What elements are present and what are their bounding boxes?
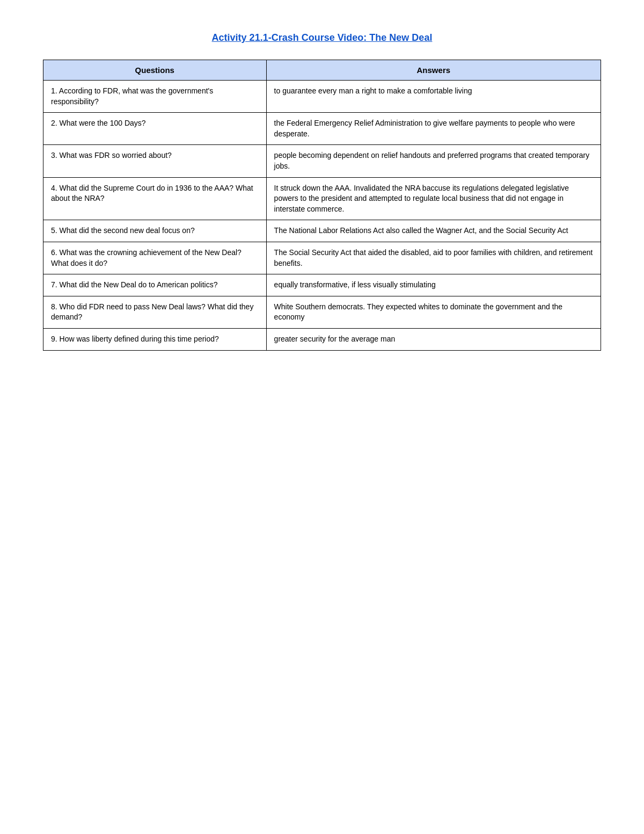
table-row: 9. How was liberty defined during this t…: [43, 328, 601, 350]
answer-cell-9: greater security for the average man: [266, 328, 601, 350]
table-row: 3. What was FDR so worried about? people…: [43, 145, 601, 177]
answer-cell-4: It struck down the AAA. Invalidated the …: [266, 177, 601, 220]
table-header-row: Questions Answers: [43, 60, 601, 81]
answer-cell-8: White Southern democrats. They expected …: [266, 296, 601, 328]
question-cell-2: 2. What were the 100 Days?: [43, 113, 267, 145]
question-cell-8: 8. Who did FDR need to pass New Deal law…: [43, 296, 267, 328]
question-cell-4: 4. What did the Supreme Court do in 1936…: [43, 177, 267, 220]
answer-cell-3: people becoming dependent on relief hand…: [266, 145, 601, 177]
table-row: 8. Who did FDR need to pass New Deal law…: [43, 296, 601, 328]
question-cell-7: 7. What did the New Deal do to American …: [43, 274, 267, 296]
question-cell-6: 6. What was the crowning achievement of …: [43, 242, 267, 274]
col-header-questions: Questions: [43, 60, 267, 81]
question-cell-5: 5. What did the second new deal focus on…: [43, 220, 267, 242]
table-row: 7. What did the New Deal do to American …: [43, 274, 601, 296]
page-title: Activity 21.1-Crash Course Video: The Ne…: [43, 32, 601, 43]
table-row: 5. What did the second new deal focus on…: [43, 220, 601, 242]
table-row: 6. What was the crowning achievement of …: [43, 242, 601, 274]
table-row: 2. What were the 100 Days?the Federal Em…: [43, 113, 601, 145]
answer-cell-7: equally transformative, if less visually…: [266, 274, 601, 296]
question-cell-3: 3. What was FDR so worried about?: [43, 145, 267, 177]
question-cell-1: 1. According to FDR, what was the govern…: [43, 81, 267, 113]
answer-cell-5: The National Labor Relations Act also ca…: [266, 220, 601, 242]
question-cell-9: 9. How was liberty defined during this t…: [43, 328, 267, 350]
page-title-link[interactable]: Activity 21.1-Crash Course Video: The Ne…: [212, 32, 433, 43]
qa-table: Questions Answers 1. According to FDR, w…: [43, 60, 601, 351]
table-row: 1. According to FDR, what was the govern…: [43, 81, 601, 113]
answer-cell-6: The Social Security Act that aided the d…: [266, 242, 601, 274]
col-header-answers: Answers: [266, 60, 601, 81]
table-row: 4. What did the Supreme Court do in 1936…: [43, 177, 601, 220]
answer-cell-1: to guarantee every man a right to make a…: [266, 81, 601, 113]
answer-cell-2: the Federal Emergency Relief Administrat…: [266, 113, 601, 145]
